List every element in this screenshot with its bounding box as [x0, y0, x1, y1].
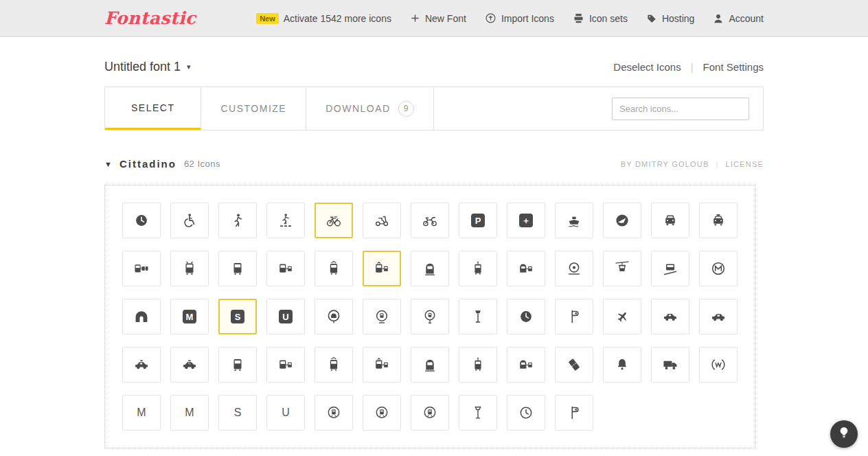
tab-customize[interactable]: CUSTOMIZE: [201, 87, 306, 130]
icon-cell-light-rail[interactable]: [459, 251, 497, 286]
icon-cell-clock[interactable]: [507, 395, 545, 431]
icon-cell-metro-sign[interactable]: M: [170, 299, 209, 334]
icon-cell-train-with-wagon-2[interactable]: [507, 347, 545, 383]
signal-icon: [567, 309, 582, 324]
search-input[interactable]: [612, 98, 749, 120]
icon-cell-metro-logo[interactable]: [699, 251, 738, 286]
icon-cell-sbahn-sign[interactable]: S: [218, 299, 257, 334]
icon-sets-link[interactable]: Icon sets: [573, 12, 628, 24]
bus-front-2-icon: [230, 357, 245, 372]
train-front-2-icon: [422, 357, 437, 372]
icon-cell-bus-front[interactable]: [218, 251, 257, 286]
icon-cell-bus-road-train[interactable]: [122, 251, 161, 286]
icon-cell-departures[interactable]: [603, 203, 641, 238]
icon-cell-letter-u[interactable]: U: [266, 395, 305, 431]
icon-sets-icon: [573, 12, 584, 24]
station-circle-2-icon: [374, 405, 389, 420]
icon-cell-ferry[interactable]: [555, 203, 593, 238]
icon-cell-taxi-front[interactable]: [699, 203, 738, 238]
icon-cell-station-clock[interactable]: [507, 299, 545, 334]
icon-cell-street-lamp[interactable]: [459, 299, 497, 334]
tab-select[interactable]: SELECT: [105, 87, 201, 130]
icon-cell-airplane[interactable]: [603, 299, 641, 334]
trolleybus-icon: [182, 261, 197, 276]
icon-cell-cable-car[interactable]: [603, 251, 641, 286]
icon-cell-scooter[interactable]: [363, 203, 401, 238]
icon-cell-ticket[interactable]: [555, 347, 593, 383]
icon-cell-bell[interactable]: [603, 347, 641, 383]
activate-icons-link[interactable]: New Activate 1542 more icons: [256, 13, 391, 24]
font-settings-link[interactable]: Font Settings: [703, 61, 764, 73]
icon-cell-letter-s[interactable]: S: [218, 395, 257, 431]
icon-cell-pedestrian-crossing[interactable]: [266, 203, 305, 238]
sub-header: Untitled font 1 ▾ Deselect Icons | Font …: [104, 51, 764, 82]
icon-cell-tram-logo[interactable]: [699, 347, 738, 383]
icon-cell-police-car[interactable]: [122, 347, 161, 383]
icon-cell-metro-entrance[interactable]: [315, 299, 353, 334]
icon-cell-train-front[interactable]: [411, 251, 449, 286]
icon-cell-tunnel[interactable]: [122, 299, 161, 334]
icon-cell-station-sign[interactable]: [363, 299, 401, 334]
icon-cell-funicular[interactable]: [651, 251, 689, 286]
new-font-link[interactable]: New Font: [410, 13, 466, 24]
tab-select-label: SELECT: [131, 102, 174, 113]
icon-cell-car-front[interactable]: [651, 203, 689, 238]
icon-cell-first-aid[interactable]: +: [507, 203, 545, 238]
icon-cell-time[interactable]: [122, 203, 161, 238]
icon-cell-bicycle[interactable]: [315, 203, 353, 238]
divider: |: [691, 61, 694, 73]
icon-cell-truck[interactable]: [651, 347, 689, 383]
font-name-dropdown[interactable]: Untitled font 1 ▾: [104, 60, 191, 74]
icon-cell-signal[interactable]: [555, 299, 593, 334]
icon-cell-ubahn-sign[interactable]: U: [266, 299, 305, 334]
airplane-icon: [615, 309, 630, 324]
feedback-button[interactable]: [830, 420, 858, 448]
icon-cell-station-circle[interactable]: [315, 395, 353, 431]
hosting-link[interactable]: Hosting: [646, 13, 694, 24]
train-front-icon: [422, 261, 437, 276]
icon-cell-suburban-sign[interactable]: [555, 251, 593, 286]
icon-cell-bus-with-trailer[interactable]: [266, 251, 305, 286]
icon-cell-letter-m-2[interactable]: M: [170, 395, 209, 431]
deselect-icons-link[interactable]: Deselect Icons: [613, 61, 681, 73]
license-link[interactable]: LICENSE: [726, 160, 764, 168]
icon-cell-bus-front-2[interactable]: [218, 347, 257, 383]
icon-cell-pedestrian[interactable]: [218, 203, 257, 238]
icon-cell-tram-with-trailer[interactable]: [363, 251, 401, 286]
plus-icon: [410, 13, 420, 23]
pedestrian-crossing-icon: [278, 213, 293, 228]
taxi-icon: [182, 357, 197, 372]
icon-cell-street-lamp-2[interactable]: [459, 395, 497, 431]
station-clock-icon: [518, 309, 534, 324]
icon-cell-car-2[interactable]: [699, 299, 738, 334]
fontastic-logo[interactable]: Fontastic: [104, 8, 196, 28]
ubahn-sign-icon: U: [279, 310, 293, 323]
icon-cell-train-with-wagon[interactable]: [507, 251, 545, 286]
icon-cell-light-rail-2[interactable]: [459, 347, 497, 383]
icon-cell-bus-with-trailer-2[interactable]: [266, 347, 305, 383]
icon-cell-signal-2[interactable]: [555, 395, 593, 431]
import-icons-link[interactable]: Import Icons: [485, 12, 554, 24]
icon-cell-letter-m[interactable]: M: [122, 395, 161, 431]
icon-cell-tram-front[interactable]: [315, 251, 353, 286]
collapse-triangle-icon[interactable]: ▼: [104, 160, 112, 168]
icon-cell-station-sign-pole[interactable]: [411, 299, 449, 334]
icon-cell-motorcycle[interactable]: [411, 203, 449, 238]
account-link[interactable]: Account: [713, 13, 764, 24]
icon-cell-station-circle-2[interactable]: [363, 395, 401, 431]
icon-cell-train-front-2[interactable]: [411, 347, 449, 383]
tab-customize-label: CUSTOMIZE: [220, 103, 286, 114]
tab-download[interactable]: DOWNLOAD 9: [306, 87, 433, 130]
icon-cell-station-circle-3[interactable]: [411, 395, 449, 431]
icon-cell-tram-with-trailer-2[interactable]: [363, 347, 401, 383]
parking-sign-icon: P: [471, 214, 485, 227]
icon-cell-car[interactable]: [651, 299, 689, 334]
icon-cell-taxi[interactable]: [170, 347, 209, 383]
bicycle-icon: [326, 213, 341, 228]
icon-cell-parking-sign[interactable]: P: [459, 203, 497, 238]
train-with-wagon-2-icon: [518, 357, 534, 372]
icon-cell-trolleybus[interactable]: [170, 251, 209, 286]
icon-cell-tram-front-2[interactable]: [315, 347, 353, 383]
set-author: BY DMITRY GOLOUB: [621, 160, 709, 168]
icon-cell-wheelchair[interactable]: [170, 203, 209, 238]
